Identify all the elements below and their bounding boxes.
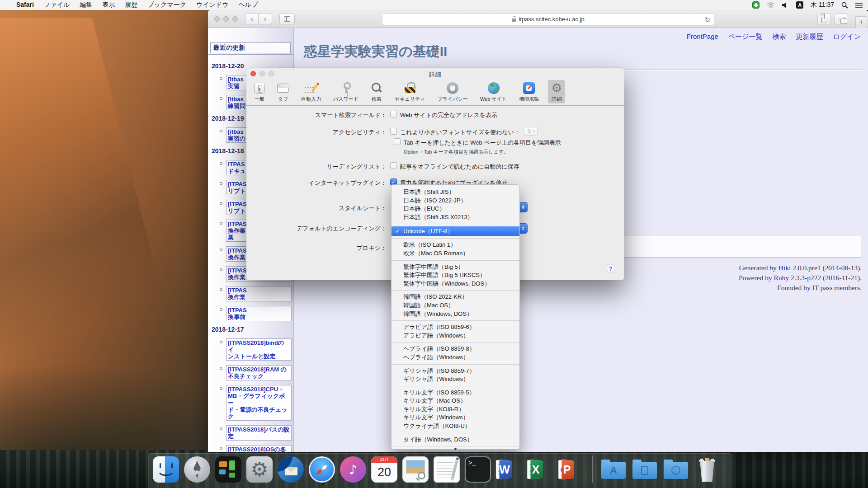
launchpad-dock-icon[interactable]	[184, 456, 210, 483]
encoding-menu-item[interactable]: 欧米（ISO Latin 1）	[392, 241, 519, 249]
input-source-icon[interactable]: A	[796, 1, 803, 9]
menubar-item[interactable]: 編集	[80, 1, 92, 9]
encoding-menu-item[interactable]: 日本語（Shift JIS X0213）	[392, 213, 519, 222]
spotlight-search-icon[interactable]	[841, 2, 848, 9]
menubar-item[interactable]: ブックマーク	[147, 1, 186, 9]
tab-security[interactable]: セキュリティ	[392, 80, 429, 103]
textedit-dock-icon[interactable]	[434, 456, 460, 483]
address-bar[interactable]: itpass.scitec.kobe-u.ac.jp ↻	[382, 13, 714, 25]
sidebar-link-item[interactable]: [ITPASS2018]bindのインストールと設定	[226, 338, 292, 361]
forward-button[interactable]: ›	[259, 14, 272, 24]
sidebar-link-item[interactable]: [ITPAS換事前	[226, 306, 292, 321]
tab-passwords[interactable]: パスワード	[330, 80, 362, 103]
min-font-checkbox[interactable]	[390, 128, 397, 135]
sidebar-link-item[interactable]: [ITPASS2018]バスの設定	[226, 425, 292, 441]
zoom-button[interactable]	[269, 71, 274, 76]
page-nav-link[interactable]: ページ一覧	[728, 33, 763, 41]
tab-extensions[interactable]: 機能拡張	[516, 80, 542, 103]
page-nav-link[interactable]: 更新履歴	[796, 33, 823, 41]
encoding-menu-item[interactable]: 韓国語（Mac OS）	[392, 301, 519, 310]
encoding-menu-item[interactable]: ✓Unicode（UTF-8）	[392, 226, 519, 236]
volume-icon[interactable]	[782, 2, 789, 8]
word-dock-icon[interactable]: W	[496, 456, 522, 483]
encoding-menu-item[interactable]: キリル文字（Mac OS）	[392, 397, 519, 405]
applications-folder-dock-icon[interactable]: A	[600, 456, 627, 483]
documents-folder-dock-icon[interactable]	[632, 456, 658, 483]
encoding-menu-item[interactable]: タイ語（Windows, DOS）	[392, 436, 519, 444]
menu-clock[interactable]: 木 11:37	[811, 1, 834, 9]
page-nav-link[interactable]: FrontPage	[687, 33, 718, 41]
itunes-dock-icon[interactable]: ♪	[340, 456, 366, 483]
downloads-folder-dock-icon[interactable]: ↓	[663, 456, 689, 483]
encoding-menu-item[interactable]: ウクライナ語（KOI8-U）	[392, 422, 519, 431]
reload-button[interactable]: ↻	[704, 16, 710, 24]
encoding-menu-item[interactable]: 日本語（ISO 2022-JP）	[392, 197, 519, 205]
menubar-item[interactable]: Safari	[16, 1, 34, 9]
encoding-menu-item[interactable]: 韓国語（Windows, DOS）	[392, 310, 519, 319]
encoding-menu-item[interactable]: キリル文字（KOI8-R）	[392, 405, 519, 414]
encoding-menu-item[interactable]: 韓国語（ISO 2022-KR）	[392, 293, 519, 301]
help-button[interactable]: ?	[606, 264, 615, 273]
menubar-item[interactable]: ファイル	[44, 1, 70, 9]
hiki-link[interactable]: Hiki	[778, 264, 791, 272]
finder-dock-icon[interactable]	[153, 456, 179, 483]
wifi-off-icon[interactable]	[767, 2, 775, 8]
menubar-item[interactable]: 表示	[102, 1, 115, 9]
encoding-menu-item[interactable]: 欧米（Mac OS Roman）	[392, 249, 519, 258]
ruby-link[interactable]: Ruby	[774, 274, 789, 282]
tab-tabs[interactable]: タブ	[274, 80, 292, 103]
encoding-menu-item[interactable]: ヘブライ語（Windows）	[392, 353, 519, 362]
tab-autofill[interactable]: 自動入力	[298, 80, 324, 103]
reading-list-checkbox[interactable]	[390, 162, 397, 169]
tab-general[interactable]: 一般	[251, 80, 268, 103]
encoding-menu-item[interactable]: キリル文字（ISO 8859-5）	[392, 389, 519, 397]
share-button[interactable]	[817, 14, 831, 24]
sidebar-link-item[interactable]: [ITPAS換作業	[226, 286, 292, 301]
menubar-item[interactable]: ウインドウ	[196, 1, 229, 9]
close-button[interactable]	[250, 71, 256, 76]
terminal-dock-icon[interactable]: >_	[465, 456, 491, 483]
close-button[interactable]	[214, 16, 220, 22]
encoding-menu-item[interactable]: 繁体字中国語（Windows, DOS）	[392, 280, 519, 288]
encoding-menu-item[interactable]: ヘブライ語（ISO 8859-8）	[392, 345, 519, 353]
calendar-dock-icon[interactable]: 12月20	[371, 456, 397, 483]
zoom-button[interactable]	[232, 16, 238, 22]
sidebar-link-item[interactable]: [ITPASS2018]CPU・MB・グラフィックボード・電源の不良チェック	[226, 385, 292, 421]
encoding-menu-item[interactable]: 日本語（Shift JIS）	[392, 188, 519, 197]
window-manager-dock-icon[interactable]	[215, 456, 241, 483]
font-size-select[interactable]: 9▾	[524, 127, 538, 136]
status-app-icon[interactable]	[752, 1, 760, 9]
safari-dock-icon[interactable]	[309, 456, 335, 483]
page-nav-link[interactable]: 検索	[773, 33, 786, 41]
smart-search-checkbox[interactable]	[390, 111, 397, 117]
excel-dock-icon[interactable]: X	[527, 456, 553, 483]
encoding-menu-item[interactable]: アラビア語（ISO 8859-6）	[392, 323, 519, 332]
tab-advanced[interactable]: ⚙詳細	[548, 80, 565, 103]
encoding-menu-item[interactable]: アラビア語（Windows）	[392, 332, 519, 340]
sidebar-link-item[interactable]: [ITPASS2018]OSの各種設定	[226, 445, 292, 452]
preview-dock-icon[interactable]	[402, 456, 429, 483]
encoding-menu-item[interactable]: 日本語（EUC）	[392, 205, 519, 213]
encoding-menu-item[interactable]: 繁体字中国語（Big 5）	[392, 263, 519, 272]
thunderbird-dock-icon[interactable]	[278, 456, 304, 483]
tab-overview-button[interactable]	[835, 14, 848, 24]
tab-websites[interactable]: Web サイト	[477, 80, 510, 103]
menubar-item[interactable]: 履歴	[125, 1, 137, 9]
tab-privacy[interactable]: プライバシー	[434, 80, 471, 103]
system-preferences-dock-icon[interactable]: ⚙	[246, 456, 273, 483]
encoding-menu-item[interactable]: 繁体字中国語（Big 5 HKSCS）	[392, 271, 519, 280]
scroll-more-indicator[interactable]: ▼	[392, 446, 519, 451]
back-button[interactable]: ‹	[245, 14, 259, 24]
powerpoint-dock-icon[interactable]: P	[558, 456, 585, 483]
page-nav-link[interactable]: ログイン	[833, 33, 861, 41]
tab-search[interactable]: 検索	[368, 80, 386, 103]
notification-center-icon[interactable]	[855, 2, 863, 8]
new-tab-button[interactable]: +	[855, 16, 867, 28]
encoding-menu-item[interactable]: ギリシャ語（ISO 8859-7）	[392, 367, 519, 375]
trash-dock-icon[interactable]	[694, 456, 720, 483]
sidebar-link-item[interactable]: [ITPASS2018]RAM の不良チェック	[226, 365, 292, 380]
minimize-button[interactable]	[259, 71, 265, 76]
encoding-menu-item[interactable]: ギリシャ語（Windows）	[392, 375, 519, 384]
minimize-button[interactable]	[223, 16, 229, 22]
encoding-menu-item[interactable]: キリル文字（Windows）	[392, 413, 519, 422]
